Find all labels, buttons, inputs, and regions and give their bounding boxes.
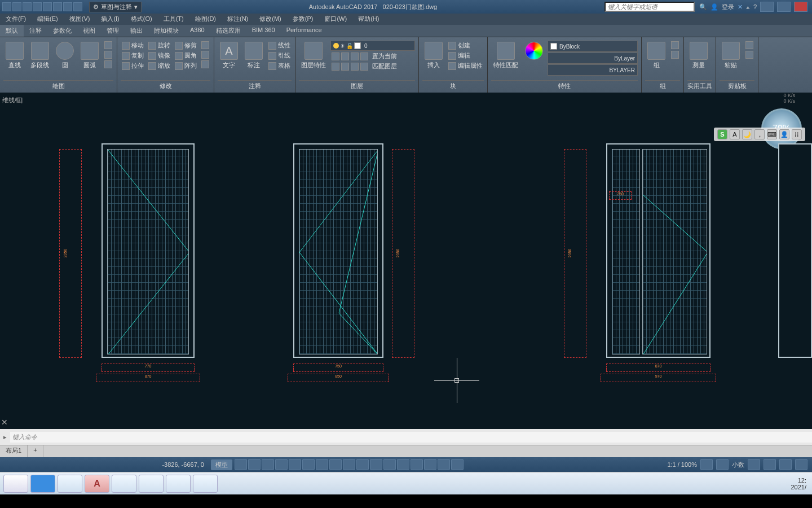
groupedit-button[interactable] <box>670 50 680 59</box>
tab-bim360[interactable]: BIM 360 <box>246 25 281 37</box>
menu-insert[interactable]: 插入(I) <box>95 14 125 25</box>
annomonitor-icon[interactable] <box>716 459 729 470</box>
lwt-toggle-icon[interactable] <box>370 459 382 470</box>
fillet-button[interactable]: 圆角 <box>174 51 198 60</box>
task-app-7[interactable] <box>193 475 218 493</box>
ortho-toggle-icon[interactable] <box>262 459 274 470</box>
visual-style-label[interactable]: 维线框] <box>2 96 23 104</box>
close-button[interactable] <box>794 2 807 12</box>
rotate-button[interactable]: 旋转 <box>147 41 171 50</box>
create-block-button[interactable]: 创建 <box>447 41 484 50</box>
offset-button[interactable] <box>200 60 210 69</box>
isodraft-toggle-icon[interactable] <box>289 459 301 470</box>
insert-button[interactable]: 插入 <box>422 41 445 71</box>
ltype-dropdown[interactable]: BYLAYER <box>548 64 638 76</box>
scale-readout[interactable]: 1:1 / 100% <box>667 461 697 468</box>
lweight-dropdown[interactable]: ByLayer <box>548 52 638 64</box>
sc-toggle-icon[interactable] <box>411 459 423 470</box>
color-dropdown[interactable]: ByBlock <box>548 41 638 52</box>
edit-block-button[interactable]: 编辑 <box>447 51 484 60</box>
ellipse-button[interactable] <box>103 60 113 69</box>
ducs-toggle-icon[interactable] <box>343 459 355 470</box>
otrack-toggle-icon[interactable] <box>329 459 342 470</box>
save-icon[interactable] <box>33 2 42 11</box>
hwaccel-icon[interactable] <box>748 459 760 470</box>
panel-group-title[interactable]: 组 <box>645 80 680 91</box>
grid-toggle-icon[interactable] <box>235 459 247 470</box>
undo-icon[interactable] <box>63 2 72 11</box>
command-input[interactable]: 键入命令 <box>10 432 812 443</box>
paste-button[interactable]: 粘贴 <box>720 41 742 71</box>
cleanscreen-icon[interactable] <box>779 459 792 470</box>
panel-modify-title[interactable]: 修改 <box>121 80 210 91</box>
matchprop-button[interactable]: 特性匹配 <box>491 41 520 71</box>
panel-draw-title[interactable]: 绘图 <box>3 80 113 91</box>
tab-manage[interactable]: 管理 <box>101 25 125 37</box>
task-app-wechat[interactable] <box>58 475 82 493</box>
menu-dim[interactable]: 标注(N) <box>222 14 254 25</box>
open-icon[interactable] <box>23 2 32 11</box>
modelspace-button[interactable]: 模型 <box>211 459 232 470</box>
snap-toggle-icon[interactable] <box>248 459 261 470</box>
system-clock[interactable]: 12: 2021/ <box>791 477 809 491</box>
laythw-icon[interactable] <box>341 63 349 71</box>
menu-draw[interactable]: 绘图(D) <box>189 14 222 25</box>
erase-button[interactable] <box>200 41 210 50</box>
ime-punct-icon[interactable]: ， <box>754 129 765 139</box>
trim-button[interactable]: 修剪 <box>174 41 198 50</box>
polar-toggle-icon[interactable] <box>275 459 288 470</box>
tab-output[interactable]: 输出 <box>125 25 148 37</box>
tab-annot[interactable]: 注释 <box>24 25 47 37</box>
layuniso-icon[interactable] <box>332 63 339 71</box>
task-app-5[interactable] <box>139 475 164 493</box>
table-button[interactable]: 表格 <box>267 61 292 71</box>
layout-tab-1[interactable]: 布局1 <box>0 445 28 457</box>
tab-a360[interactable]: A360 <box>184 25 210 37</box>
line-button[interactable]: 直线 <box>3 41 26 71</box>
3dosnap-toggle-icon[interactable] <box>316 459 328 470</box>
help-icon[interactable]: ? <box>753 3 757 10</box>
app-menu-icon[interactable] <box>2 2 11 11</box>
saveas-icon[interactable] <box>43 2 52 11</box>
text-button[interactable]: A文字 <box>218 41 240 71</box>
minimize-button[interactable] <box>760 2 774 12</box>
layer-dropdown[interactable]: ☀ 🔓 0 <box>330 41 415 51</box>
setcurrent-label[interactable]: 置为当前 <box>372 52 397 60</box>
panel-layers-title[interactable]: 图层 <box>299 80 415 91</box>
search-input[interactable] <box>604 2 695 12</box>
menu-window[interactable]: 窗口(W) <box>319 14 352 25</box>
layon-icon[interactable] <box>351 63 359 71</box>
tpy-toggle-icon[interactable] <box>383 459 396 470</box>
layfrz-icon[interactable] <box>341 52 349 60</box>
rect-button[interactable] <box>103 41 113 50</box>
stretch-button[interactable]: 拉伸 <box>121 61 145 71</box>
menu-edit[interactable]: 编辑(E) <box>32 14 64 25</box>
hatch-button[interactable] <box>103 50 113 59</box>
menu-modify[interactable]: 修改(M) <box>254 14 287 25</box>
anno-toggle-icon[interactable] <box>438 459 450 470</box>
menu-file[interactable]: 文件(F) <box>0 14 32 25</box>
circle-button[interactable]: 圆 <box>54 41 76 71</box>
scale-button[interactable]: 缩放 <box>147 61 171 71</box>
task-app-autocad[interactable]: A <box>85 475 109 493</box>
maximize-button[interactable] <box>777 2 791 12</box>
layoff-icon[interactable] <box>351 52 359 60</box>
tab-param[interactable]: 参数化 <box>47 25 77 37</box>
task-app-kugou[interactable] <box>30 475 55 493</box>
exchange-icon[interactable]: ✕ <box>738 3 743 11</box>
panel-clip-title[interactable]: 剪贴板 <box>720 80 754 91</box>
arc-button[interactable]: 圆弧 <box>78 41 101 71</box>
tab-view[interactable]: 视图 <box>77 25 101 37</box>
panel-block-title[interactable]: 块 <box>422 80 484 91</box>
menu-tools[interactable]: 工具(T) <box>158 14 189 25</box>
login-label[interactable]: 登录 <box>722 3 734 11</box>
autoscale-toggle-icon[interactable] <box>451 459 464 470</box>
isolate-icon[interactable] <box>764 459 776 470</box>
explode-button[interactable] <box>200 50 210 59</box>
ime-moon-icon[interactable]: 🌙 <box>742 129 752 139</box>
osnap-toggle-icon[interactable] <box>302 459 315 470</box>
move-button[interactable]: 移动 <box>121 41 145 50</box>
canvas-close-x[interactable]: ✕ <box>1 418 8 427</box>
menu-help[interactable]: 帮助(H) <box>352 14 385 25</box>
tab-featured[interactable]: 精选应用 <box>210 25 246 37</box>
